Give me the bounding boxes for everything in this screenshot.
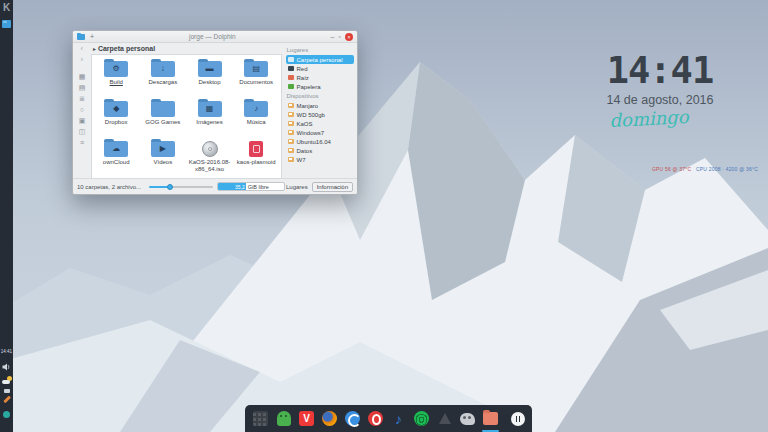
details-view-button[interactable]: ≣ (79, 95, 85, 102)
file-label: GOG Games (145, 119, 180, 126)
menu-button[interactable]: ≡ (80, 139, 84, 146)
maximize-button[interactable]: ▫ (339, 33, 341, 40)
place-red[interactable]: Red (286, 64, 355, 73)
forward-button[interactable]: › (81, 56, 84, 64)
file-videos[interactable]: ▶ Vídeos (140, 138, 187, 178)
zoom-slider-track (149, 186, 213, 188)
spotify-icon[interactable] (413, 410, 430, 427)
file-musica[interactable]: ♪ Música (233, 98, 280, 138)
device-windows7[interactable]: Windows7 (286, 128, 355, 137)
side-toolbar: ‹ › ▦ ▤ ≣ ○ ▣ ◫ ≡ (73, 43, 91, 178)
dark-launcher-icon[interactable] (436, 410, 453, 427)
folder-icon: ◆ (104, 101, 128, 117)
device-label: Datos (297, 148, 313, 154)
device-label: Windows7 (297, 130, 325, 136)
device-w7[interactable]: W7 (286, 155, 355, 164)
keyboard-icon[interactable] (0, 389, 13, 393)
dolphin-window: + jorge — Dolphin – ▫ × ‹ › ▦ ▤ ≣ ○ ▣ ◫ … (72, 30, 358, 195)
dolphin-dock-icon[interactable] (482, 410, 499, 427)
file-desktop[interactable]: ▬ Desktop (186, 58, 233, 98)
drive-icon (288, 103, 294, 108)
file-documentos[interactable]: ▤ Documentos (233, 58, 280, 98)
device-datos[interactable]: Datos (286, 146, 355, 155)
place-label: Papelera (297, 84, 321, 90)
video-emblem-icon: ▶ (160, 145, 166, 153)
pen-icon[interactable] (0, 398, 13, 401)
weather-icon[interactable] (0, 376, 13, 384)
place-papelera[interactable]: Papelera (286, 82, 355, 91)
device-label: WD 500gb (297, 112, 325, 118)
drive-icon (288, 112, 294, 117)
file-dropbox[interactable]: ◆ Dropbox (93, 98, 140, 138)
devices-header: Dispositivos (287, 93, 355, 99)
place-carpeta-personal[interactable]: Carpeta personal (286, 55, 355, 64)
titlebar[interactable]: + jorge — Dolphin – ▫ × (73, 31, 357, 43)
gimp-icon[interactable] (459, 410, 476, 427)
file-label: Build (110, 79, 123, 86)
media-pause-button[interactable] (511, 412, 525, 426)
preview-button[interactable]: ▣ (79, 117, 86, 124)
file-grid: ⚙ Build ↓ Descargas ▬ Desktop ▤ Document… (91, 54, 282, 178)
clock-day: domingo (580, 104, 719, 132)
vivaldi-icon[interactable]: V (298, 410, 315, 427)
color-picker-icon[interactable] (0, 411, 13, 418)
minimize-button[interactable]: – (331, 33, 335, 40)
green-app-icon[interactable] (275, 410, 292, 427)
file-kaos-iso[interactable]: KaOS-2016.08-x86_64.iso (186, 138, 233, 178)
music-player-icon[interactable]: ♪ (390, 410, 407, 427)
app-launcher-icon[interactable] (252, 410, 269, 427)
search-button[interactable]: ○ (80, 106, 84, 113)
disc-icon (202, 141, 218, 157)
root-folder-icon (288, 75, 294, 80)
places-header: Lugares (287, 47, 355, 53)
file-label: kaos-plasmoid (237, 159, 276, 166)
zoom-slider-handle[interactable] (167, 184, 173, 190)
panel-tab-lugares[interactable]: Lugares (286, 184, 308, 190)
drive-icon (288, 121, 294, 126)
firefox-icon[interactable] (321, 410, 338, 427)
place-label: Red (297, 66, 308, 72)
file-imagenes[interactable]: ▦ Imágenes (186, 98, 233, 138)
split-view-button[interactable]: ◫ (79, 128, 86, 135)
device-ubuntu[interactable]: Ubuntu16.04 (286, 137, 355, 146)
device-label: Manjaro (297, 103, 319, 109)
breadcrumb-location[interactable]: Carpeta personal (98, 45, 155, 52)
back-button[interactable]: ‹ (81, 45, 84, 53)
zoom-slider[interactable] (149, 183, 213, 191)
breadcrumb[interactable]: ▸ Carpeta personal (91, 43, 282, 54)
kaos-menu-icon[interactable]: K (0, 1, 13, 14)
volume-icon[interactable] (0, 363, 13, 371)
file-label: Vídeos (154, 159, 173, 166)
file-gog-games[interactable]: GOG Games (140, 98, 187, 138)
opera-icon[interactable] (367, 410, 384, 427)
music-emblem-icon: ♪ (254, 105, 258, 113)
window-title: jorge — Dolphin (94, 33, 331, 40)
panel-tab-informacion[interactable]: Información (312, 182, 353, 192)
file-owncloud[interactable]: ☁ ownCloud (93, 138, 140, 178)
places-panel: Lugares Carpeta personal Red Raíz Papele… (282, 43, 358, 178)
clock-widget: 14:41 14 de agosto, 2016 domingo (580, 52, 740, 129)
file-build[interactable]: ⚙ Build (93, 58, 140, 98)
device-wd500gb[interactable]: WD 500gb (286, 110, 355, 119)
image-emblem-icon: ▦ (206, 105, 214, 113)
file-descargas[interactable]: ↓ Descargas (140, 58, 187, 98)
folder-icon: ☁ (104, 141, 128, 157)
close-button[interactable]: × (345, 33, 353, 41)
monitor-blue-text: CPU 2008 · 4200 @ 36°C (696, 166, 758, 172)
place-raiz[interactable]: Raíz (286, 73, 355, 82)
blue-browser-icon[interactable] (344, 410, 361, 427)
device-label: W7 (297, 157, 306, 163)
system-monitor-text: GPU 56 @ 37°C CPU 2008 · 4200 @ 36°C (652, 166, 758, 172)
trash-icon (288, 84, 294, 89)
dolphin-task-icon[interactable] (2, 20, 11, 28)
free-space-label: GiB libre (246, 183, 269, 190)
dolphin-app-icon (77, 34, 85, 40)
download-emblem-icon: ↓ (161, 65, 165, 73)
drive-icon (288, 139, 294, 144)
file-label: KaOS-2016.08-x86_64.iso (187, 159, 233, 173)
device-kaos[interactable]: KaOS (286, 119, 355, 128)
compact-view-button[interactable]: ▤ (79, 84, 86, 91)
file-kaos-plasmoid[interactable]: kaos-plasmoid (233, 138, 280, 178)
device-manjaro[interactable]: Manjaro (286, 101, 355, 110)
icons-view-button[interactable]: ▦ (79, 73, 86, 80)
